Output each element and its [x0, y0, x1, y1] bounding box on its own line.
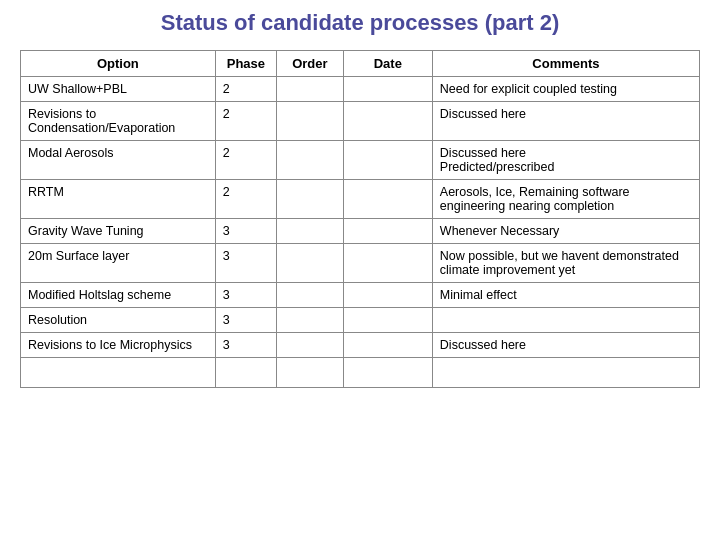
cell-comments-6: Minimal effect	[432, 283, 699, 308]
cell-phase-4: 3	[215, 219, 276, 244]
table-row: 20m Surface layer3Now possible, but we h…	[21, 244, 700, 283]
cell-phase-1: 2	[215, 102, 276, 141]
cell-option-4: Gravity Wave Tuning	[21, 219, 216, 244]
cell-phase-7: 3	[215, 308, 276, 333]
cell-order-3	[277, 180, 344, 219]
table-row: RRTM2Aerosols, Ice, Remaining software e…	[21, 180, 700, 219]
cell-order-6	[277, 283, 344, 308]
cell-comments-9	[432, 358, 699, 388]
cell-phase-8: 3	[215, 333, 276, 358]
cell-order-5	[277, 244, 344, 283]
cell-date-1	[343, 102, 432, 141]
cell-comments-3: Aerosols, Ice, Remaining software engine…	[432, 180, 699, 219]
table-row	[21, 358, 700, 388]
cell-phase-5: 3	[215, 244, 276, 283]
cell-option-8: Revisions to Ice Microphysics	[21, 333, 216, 358]
cell-phase-9	[215, 358, 276, 388]
cell-comments-2: Discussed herePredicted/prescribed	[432, 141, 699, 180]
cell-comments-8: Discussed here	[432, 333, 699, 358]
cell-date-6	[343, 283, 432, 308]
cell-option-3: RRTM	[21, 180, 216, 219]
table-row: UW Shallow+PBL2Need for explicit coupled…	[21, 77, 700, 102]
header-order: Order	[277, 51, 344, 77]
cell-order-8	[277, 333, 344, 358]
cell-phase-0: 2	[215, 77, 276, 102]
cell-comments-1: Discussed here	[432, 102, 699, 141]
cell-comments-0: Need for explicit coupled testing	[432, 77, 699, 102]
cell-date-2	[343, 141, 432, 180]
cell-option-2: Modal Aerosols	[21, 141, 216, 180]
cell-order-1	[277, 102, 344, 141]
cell-date-3	[343, 180, 432, 219]
table-row: Revisions to Ice Microphysics3Discussed …	[21, 333, 700, 358]
header-date: Date	[343, 51, 432, 77]
cell-order-4	[277, 219, 344, 244]
cell-option-0: UW Shallow+PBL	[21, 77, 216, 102]
cell-date-5	[343, 244, 432, 283]
cell-phase-3: 2	[215, 180, 276, 219]
cell-option-5: 20m Surface layer	[21, 244, 216, 283]
cell-phase-2: 2	[215, 141, 276, 180]
page: Status of candidate processes (part 2) O…	[0, 0, 720, 540]
cell-order-9	[277, 358, 344, 388]
cell-date-8	[343, 333, 432, 358]
cell-date-4	[343, 219, 432, 244]
table-row: Revisions to Condensation/Evaporation2Di…	[21, 102, 700, 141]
table-row: Resolution3	[21, 308, 700, 333]
cell-order-2	[277, 141, 344, 180]
cell-option-9	[21, 358, 216, 388]
cell-order-0	[277, 77, 344, 102]
cell-phase-6: 3	[215, 283, 276, 308]
header-option: Option	[21, 51, 216, 77]
cell-option-1: Revisions to Condensation/Evaporation	[21, 102, 216, 141]
process-table: Option Phase Order Date Comments UW Shal…	[20, 50, 700, 388]
cell-comments-5: Now possible, but we havent demonstrated…	[432, 244, 699, 283]
cell-comments-4: Whenever Necessary	[432, 219, 699, 244]
cell-comments-7	[432, 308, 699, 333]
table-row: Modal Aerosols2Discussed herePredicted/p…	[21, 141, 700, 180]
cell-date-7	[343, 308, 432, 333]
cell-option-6: Modified Holtslag scheme	[21, 283, 216, 308]
table-row: Modified Holtslag scheme3Minimal effect	[21, 283, 700, 308]
cell-order-7	[277, 308, 344, 333]
cell-date-9	[343, 358, 432, 388]
header-phase: Phase	[215, 51, 276, 77]
cell-option-7: Resolution	[21, 308, 216, 333]
page-title: Status of candidate processes (part 2)	[161, 10, 560, 36]
table-row: Gravity Wave Tuning3Whenever Necessary	[21, 219, 700, 244]
header-comments: Comments	[432, 51, 699, 77]
cell-date-0	[343, 77, 432, 102]
